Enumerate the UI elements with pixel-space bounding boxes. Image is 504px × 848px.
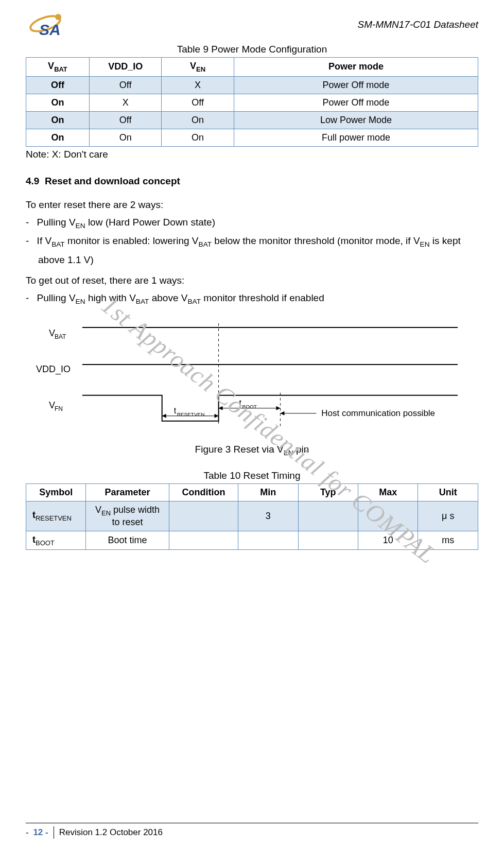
svg-marker-19: [276, 406, 280, 410]
th-mode: Power mode: [234, 58, 478, 77]
table9-caption: Table 9 Power Mode Configuration: [26, 44, 478, 55]
svg-text:RESETVEN: RESETVEN: [177, 411, 205, 417]
doc-title: SM-MMN17-C01 Datasheet: [358, 19, 478, 30]
page-number: - 12 -: [26, 826, 54, 839]
list-item: Pulling VEN high with VBAT above VBAT mo…: [38, 289, 478, 308]
cell: μ s: [418, 501, 478, 531]
cell: [358, 501, 418, 531]
cell: Boot time: [86, 531, 169, 550]
table10-caption: Table 10 Reset Timing: [26, 470, 478, 481]
th-vddio: VDD_IO: [89, 58, 161, 77]
cell: [298, 531, 358, 550]
svg-text:Host communication possible: Host communication possible: [321, 408, 435, 418]
cell: Off: [89, 111, 161, 129]
table-row: On On On Full power mode: [26, 129, 478, 146]
svg-text:FN: FN: [55, 405, 63, 412]
svg-text:VDD_IO: VDD_IO: [36, 364, 71, 375]
th: Condition: [169, 483, 238, 501]
svg-marker-14: [215, 414, 219, 418]
table-row: On X Off Power Off mode: [26, 94, 478, 111]
th: Parameter: [86, 483, 169, 501]
cell: On: [89, 129, 161, 146]
table-row: Off Off X Power Off mode: [26, 76, 478, 94]
figure-reset-timing-diagram: VBAT VDD_IO VFN tRESETVEN tBOOT Host com…: [26, 318, 478, 439]
cell: Power Off mode: [234, 76, 478, 94]
svg-text:t: t: [174, 406, 177, 415]
cell: On: [26, 94, 90, 111]
svg-text:BAT: BAT: [55, 333, 66, 340]
svg-point-1: [55, 14, 61, 20]
table-row: tBOOT Boot time 10 ms: [26, 531, 478, 550]
table-row: tRESETVEN VEN pulse width to reset 3 μ s: [26, 501, 478, 531]
cell: Low Power Mode: [234, 111, 478, 129]
table10-header-row: Symbol Parameter Condition Min Typ Max U…: [26, 483, 478, 501]
cell: On: [26, 129, 90, 146]
th: Symbol: [26, 483, 86, 501]
svg-marker-18: [219, 406, 223, 410]
cell: Power Off mode: [234, 94, 478, 111]
paragraph: To get out of reset, there are 1 ways:: [26, 272, 478, 289]
table9-note: Note: X: Don't care: [26, 149, 478, 160]
th: Typ: [298, 483, 358, 501]
cell: tBOOT: [26, 531, 86, 550]
cell: X: [89, 94, 161, 111]
bullet-list: Pulling VEN low (Hard Power Down state) …: [26, 214, 478, 269]
figure-caption: Figure 3 Reset via VEN pin: [26, 444, 478, 457]
th: Unit: [418, 483, 478, 501]
th-ven: VEN: [162, 58, 234, 77]
svg-marker-23: [280, 411, 284, 416]
cell: On: [162, 111, 234, 129]
th-vbat: VBAT: [26, 58, 90, 77]
cell: VEN pulse width to reset: [86, 501, 169, 531]
cell: [298, 501, 358, 531]
cell: On: [162, 129, 234, 146]
table-row: On Off On Low Power Mode: [26, 111, 478, 129]
cell: Off: [162, 94, 234, 111]
svg-marker-13: [162, 414, 166, 418]
timing-diagram-svg: VBAT VDD_IO VFN tRESETVEN tBOOT Host com…: [26, 318, 478, 437]
cell: ms: [418, 531, 478, 550]
cell: [169, 531, 238, 550]
cell: On: [26, 111, 90, 129]
bullet-list: Pulling VEN high with VBAT above VBAT mo…: [26, 289, 478, 308]
cell: Off: [89, 76, 161, 94]
svg-text:BOOT: BOOT: [242, 404, 257, 409]
cell: X: [162, 76, 234, 94]
paragraph: To enter reset there are 2 ways:: [26, 196, 478, 214]
page-footer: - 12 - Revision 1.2 October 2016: [0, 823, 504, 839]
page-header: SA SM-MMN17-C01 Datasheet: [26, 10, 478, 39]
list-item: Pulling VEN low (Hard Power Down state): [38, 214, 478, 232]
cell: Off: [26, 76, 90, 94]
cell: 10: [358, 531, 418, 550]
table9-header-row: VBAT VDD_IO VEN Power mode: [26, 58, 478, 77]
cell: Full power mode: [234, 129, 478, 146]
th: Min: [238, 483, 298, 501]
svg-text:t: t: [239, 399, 242, 407]
list-item: If VBAT monitor is enabled: lowering VBA…: [38, 232, 478, 269]
th: Max: [358, 483, 418, 501]
svg-text:SA: SA: [39, 21, 61, 38]
cell: [238, 531, 298, 550]
cell: [169, 501, 238, 531]
logo: SA: [26, 10, 82, 39]
power-mode-table: VBAT VDD_IO VEN Power mode Off Off X Pow…: [26, 57, 478, 147]
section-heading: 4.9 Reset and download concept: [26, 176, 478, 187]
cell: 3: [238, 501, 298, 531]
cell: tRESETVEN: [26, 501, 86, 531]
reset-timing-table: Symbol Parameter Condition Min Typ Max U…: [26, 483, 478, 550]
revision-text: Revision 1.2 October 2016: [54, 827, 163, 838]
